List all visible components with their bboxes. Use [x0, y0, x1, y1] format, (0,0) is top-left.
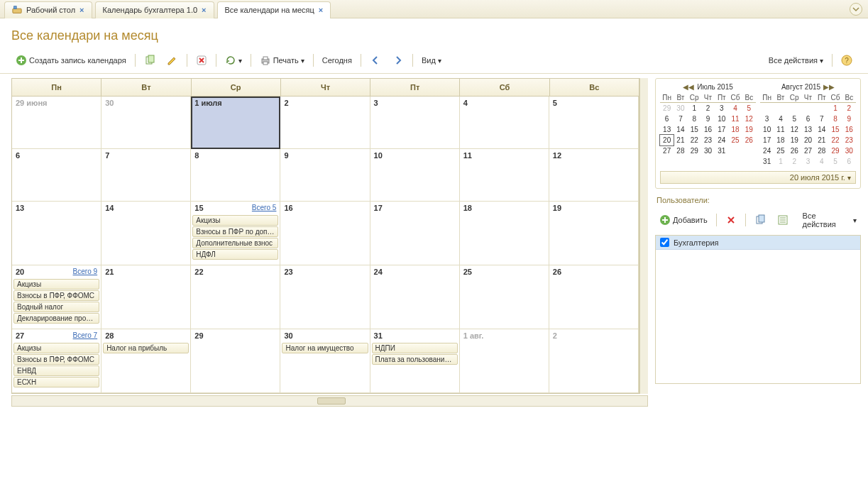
- day-cell[interactable]: 20 Всего 9 Акцизы Взносы в ПФР, ФФОМС Во…: [12, 265, 101, 329]
- event-item[interactable]: ЕСХН: [13, 377, 99, 387]
- total-link[interactable]: Всего 9: [73, 268, 98, 275]
- day-cell[interactable]: 21: [101, 265, 191, 329]
- close-icon[interactable]: ×: [319, 6, 323, 14]
- mini-day[interactable]: 28: [815, 145, 828, 156]
- day-cell[interactable]: 25: [460, 265, 549, 329]
- mini-day[interactable]: 3: [760, 114, 774, 124]
- day-cell-today[interactable]: 1 июля: [191, 97, 280, 149]
- mini-day[interactable]: 22: [688, 135, 701, 145]
- event-item[interactable]: Акцизы: [192, 215, 278, 226]
- mini-day[interactable]: 12: [788, 124, 801, 135]
- mini-day[interactable]: 29: [688, 145, 701, 156]
- help-button[interactable]: ?: [837, 52, 857, 69]
- day-cell[interactable]: 18: [460, 202, 549, 265]
- mini-day[interactable]: 5: [828, 156, 842, 167]
- mini-day[interactable]: 31: [760, 156, 774, 167]
- horizontal-scrollbar[interactable]: [11, 395, 648, 407]
- mini-day[interactable]: 5: [788, 114, 801, 124]
- refresh-button[interactable]: ▾: [221, 52, 246, 69]
- mini-day[interactable]: 4: [774, 114, 787, 124]
- day-cell[interactable]: 2: [280, 97, 370, 149]
- close-icon[interactable]: ×: [79, 6, 84, 14]
- event-item[interactable]: Налог на прибыль: [103, 343, 189, 353]
- mini-day[interactable]: 7: [674, 114, 687, 124]
- day-cell[interactable]: 15 Всего 5 Акцизы Взносы в ПФР по допол …: [191, 202, 280, 265]
- event-item[interactable]: Дополнительные взнос: [192, 238, 278, 248]
- day-cell[interactable]: 23: [280, 265, 370, 329]
- day-cell[interactable]: 5: [549, 97, 639, 149]
- event-item[interactable]: Налог на имущество: [282, 343, 368, 353]
- mini-day[interactable]: 24: [715, 135, 728, 145]
- event-item[interactable]: Плата за пользование н: [372, 354, 458, 365]
- total-link[interactable]: Всего 7: [73, 331, 98, 339]
- mini-day[interactable]: 1: [828, 103, 842, 114]
- user-row[interactable]: Бухгалтерия: [656, 236, 860, 250]
- mini-day[interactable]: 17: [715, 124, 728, 135]
- remove-user-button[interactable]: [721, 211, 741, 229]
- mini-day[interactable]: [815, 103, 828, 114]
- mini-day[interactable]: 11: [774, 124, 787, 135]
- mini-day[interactable]: 17: [760, 135, 774, 145]
- mini-day[interactable]: [788, 103, 801, 114]
- mini-day[interactable]: 24: [760, 145, 774, 156]
- next-button[interactable]: [388, 52, 408, 69]
- mini-day[interactable]: 15: [828, 124, 842, 135]
- event-item[interactable]: ЕНВД: [13, 365, 99, 376]
- day-cell[interactable]: 22: [191, 265, 280, 329]
- mini-day[interactable]: 27: [801, 145, 815, 156]
- day-cell[interactable]: 30: [101, 97, 191, 149]
- list-user-button[interactable]: [773, 211, 793, 229]
- tab-calapp[interactable]: Календарь бухгалтера 1.0 ×: [95, 1, 214, 18]
- day-cell[interactable]: 14: [101, 202, 191, 265]
- next-month-icon[interactable]: ▶▶: [823, 83, 835, 91]
- day-cell[interactable]: 8: [191, 149, 280, 202]
- mini-day[interactable]: 26: [788, 145, 801, 156]
- mini-day[interactable]: 13: [660, 124, 674, 135]
- mini-day[interactable]: 6: [660, 114, 674, 124]
- day-cell[interactable]: 30 Налог на имущество: [280, 329, 370, 393]
- event-item[interactable]: НДПИ: [372, 343, 458, 353]
- vertical-scrollbar[interactable]: [639, 78, 648, 394]
- mini-day[interactable]: 13: [801, 124, 815, 135]
- event-item[interactable]: Взносы в ПФР по допол: [192, 226, 278, 237]
- day-cell[interactable]: 7: [101, 149, 191, 202]
- day-cell[interactable]: 13: [12, 202, 101, 265]
- day-cell[interactable]: 24: [370, 265, 460, 329]
- mini-day[interactable]: [760, 103, 774, 114]
- day-cell[interactable]: 26: [549, 265, 639, 329]
- mini-day[interactable]: 9: [842, 114, 856, 124]
- mini-day[interactable]: 5: [742, 103, 756, 114]
- day-cell[interactable]: 17: [370, 202, 460, 265]
- mini-day[interactable]: 2: [842, 103, 856, 114]
- mini-day[interactable]: 27: [660, 145, 674, 156]
- mini-day[interactable]: 22: [828, 135, 842, 145]
- day-cell[interactable]: 11: [460, 149, 549, 202]
- mini-day[interactable]: 16: [701, 124, 715, 135]
- day-cell[interactable]: 6: [12, 149, 101, 202]
- today-button[interactable]: Сегодня: [318, 53, 356, 67]
- mini-day[interactable]: 3: [715, 103, 728, 114]
- tab-month[interactable]: Все календари на месяц ×: [217, 1, 331, 18]
- mini-day[interactable]: 6: [801, 114, 815, 124]
- mini-day[interactable]: 15: [688, 124, 701, 135]
- mini-day[interactable]: 8: [688, 114, 701, 124]
- mini-day[interactable]: [742, 145, 756, 156]
- day-cell[interactable]: 16: [280, 202, 370, 265]
- event-item[interactable]: Водный налог: [13, 302, 99, 312]
- mini-day[interactable]: 6: [842, 156, 856, 167]
- mini-day[interactable]: 25: [774, 145, 787, 156]
- mini-day[interactable]: 9: [701, 114, 715, 124]
- copy-user-button[interactable]: [750, 211, 770, 229]
- mini-day[interactable]: 29: [828, 145, 842, 156]
- day-cell[interactable]: 4: [460, 97, 549, 149]
- users-all-actions-button[interactable]: Все действия▾: [798, 209, 861, 231]
- mini-day[interactable]: 20: [660, 135, 674, 145]
- mini-day[interactable]: 25: [728, 135, 742, 145]
- mini-day[interactable]: 1: [688, 103, 701, 114]
- event-item[interactable]: Акцизы: [13, 343, 99, 353]
- mini-day[interactable]: 4: [728, 103, 742, 114]
- day-cell[interactable]: 2: [549, 329, 639, 393]
- total-link[interactable]: Всего 5: [252, 204, 277, 211]
- create-entry-button[interactable]: Создать запись календаря: [11, 52, 131, 69]
- day-cell[interactable]: 27 Всего 7 Акцизы Взносы в ПФР, ФФОМС ЕН…: [12, 329, 101, 393]
